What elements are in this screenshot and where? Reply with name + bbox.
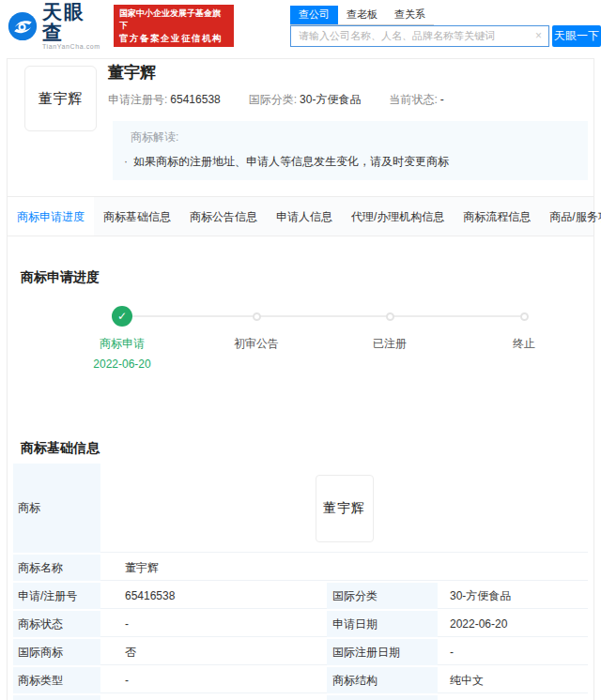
tab-basic-info[interactable]: 商标基础信息 bbox=[94, 197, 180, 236]
table-row: 商标 董宇辉 bbox=[13, 464, 588, 555]
trademark-interpretation-box: 商标解读: ·如果商标的注册地址、申请人等信息发生变化，请及时变更商标 bbox=[113, 121, 588, 180]
table-row: 商标名称 董宇辉 bbox=[13, 555, 588, 583]
trademark-image[interactable]: 董宇辉 bbox=[24, 66, 97, 131]
field-registration-number: 申请注册号:65416538 bbox=[108, 92, 221, 108]
trademark-summary-fields: 申请注册号:65416538 国际分类:30-方便食品 当前状态:- bbox=[108, 92, 588, 108]
section-title-progress: 商标申请进度 bbox=[21, 269, 593, 286]
table-row: 商标形式 - 优先权日期 ? - bbox=[13, 695, 588, 700]
tab-agency-info[interactable]: 代理/办理机构信息 bbox=[342, 197, 454, 236]
certification-badge: 国家中小企业发展子基金旗下 官方备案企业征信机构 bbox=[114, 5, 234, 47]
logo[interactable]: 天眼查 TianYanCha.com bbox=[8, 2, 106, 50]
step-date: 2022-06-20 bbox=[93, 358, 150, 371]
step-preliminary-publication: 初审公告 bbox=[200, 306, 313, 352]
pending-circle-icon bbox=[253, 312, 261, 321]
check-icon: ✓ bbox=[112, 306, 132, 327]
search-input[interactable] bbox=[290, 25, 549, 47]
tab-goods-services[interactable]: 商品/服务项目 bbox=[540, 197, 601, 236]
tab-applicant-info[interactable]: 申请人信息 bbox=[267, 197, 342, 236]
table-row: 申请/注册号 65416538 国际分类 30-方便食品 bbox=[13, 583, 588, 611]
section-title-basic-info: 商标基础信息 bbox=[21, 440, 593, 457]
search-area: 查公司 查老板 查关系 × 天眼一下 bbox=[290, 6, 601, 47]
tab-process-info[interactable]: 商标流程信息 bbox=[454, 197, 540, 236]
field-international-class: 国际分类:30-方便食品 bbox=[249, 92, 362, 108]
pending-circle-icon bbox=[520, 312, 529, 321]
badge-line1: 国家中小企业发展子基金旗下 bbox=[119, 8, 228, 32]
search-tab-boss[interactable]: 查老板 bbox=[338, 6, 386, 24]
tianyancha-eye-icon bbox=[8, 11, 38, 41]
search-tabs: 查公司 查老板 查关系 bbox=[290, 6, 434, 25]
step-application: ✓ 商标申请 2022-06-20 bbox=[66, 306, 178, 371]
basic-info-table: 商标 董宇辉 商标名称 董宇辉 申请/注册号 65416538 国际分类 30-… bbox=[13, 464, 588, 700]
tab-announcement-info[interactable]: 商标公告信息 bbox=[180, 197, 267, 236]
detail-tabbar: 商标申请进度 商标基础信息 商标公告信息 申请人信息 代理/办理机构信息 商标流… bbox=[8, 196, 593, 236]
clear-icon[interactable]: × bbox=[535, 29, 542, 42]
step-registered: 已注册 bbox=[333, 306, 446, 352]
logo-name: 天眼查 bbox=[42, 2, 106, 43]
trademark-image-cell: 董宇辉 bbox=[100, 464, 588, 553]
logo-domain: TianYanCha.com bbox=[42, 43, 106, 50]
trademark-title: 董宇辉 bbox=[108, 65, 588, 82]
interpretation-item: ·如果商标的注册地址、申请人等信息发生变化，请及时变更商标 bbox=[124, 154, 577, 170]
label-with-help: 优先权日期 ? bbox=[327, 695, 438, 700]
trademark-detail-card: 董宇辉 董宇辉 申请注册号:65416538 国际分类:30-方便食品 当前状态… bbox=[7, 58, 594, 700]
trademark-image[interactable]: 董宇辉 bbox=[316, 475, 374, 542]
search-tab-company[interactable]: 查公司 bbox=[290, 6, 338, 24]
step-terminated: 终止 bbox=[468, 306, 580, 352]
table-row: 商标类型 - 商标结构 纯中文 bbox=[13, 667, 588, 695]
table-row: 国际商标 否 国际注册日期 - bbox=[13, 639, 588, 667]
top-bar: 天眼查 TianYanCha.com 国家中小企业发展子基金旗下 官方备案企业征… bbox=[0, 0, 601, 52]
badge-line2: 官方备案企业征信机构 bbox=[119, 32, 228, 44]
trademark-header: 董宇辉 董宇辉 申请注册号:65416538 国际分类:30-方便食品 当前状态… bbox=[8, 59, 593, 196]
search-button[interactable]: 天眼一下 bbox=[552, 25, 601, 47]
table-row: 商标状态 - 申请日期 2022-06-20 bbox=[13, 611, 588, 639]
tab-application-progress[interactable]: 商标申请进度 bbox=[8, 197, 94, 236]
interpretation-title: 商标解读: bbox=[124, 129, 577, 145]
field-current-status: 当前状态:- bbox=[389, 92, 443, 108]
progress-stepper: ✓ 商标申请 2022-06-20 初审公告 已注册 终止 bbox=[21, 306, 580, 411]
progress-line bbox=[122, 315, 524, 317]
pending-circle-icon bbox=[386, 312, 394, 321]
bullet-icon: · bbox=[124, 155, 128, 168]
search-tab-relation[interactable]: 查关系 bbox=[386, 6, 434, 24]
